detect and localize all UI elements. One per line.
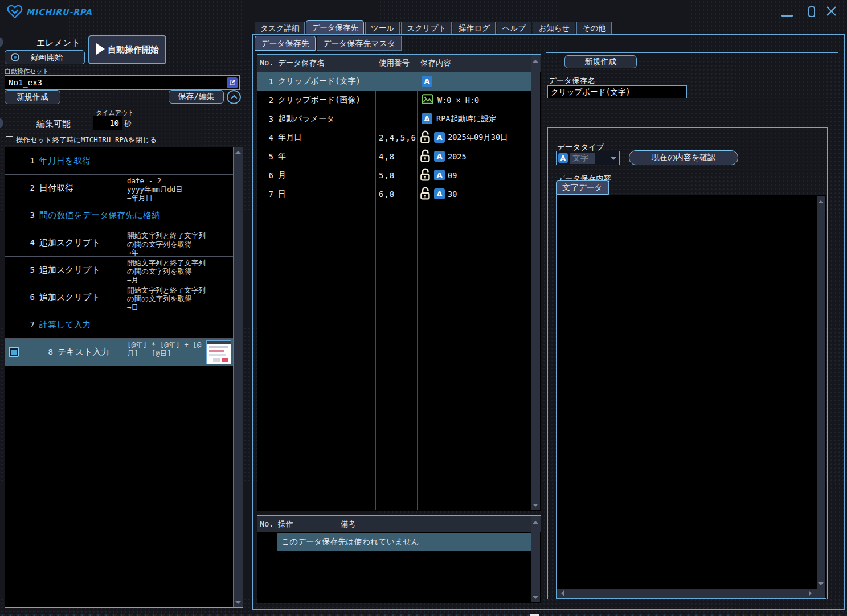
step-row-7[interactable]: 7 計算して入力 [5, 311, 233, 339]
cell-no: 1 [257, 77, 277, 86]
store-name-label: データ保存名 [549, 76, 595, 86]
tab-data-store[interactable]: データ保存先 [306, 20, 364, 35]
cell-name: 起動パラメータ [277, 114, 374, 124]
data-type-value: 文字 [570, 153, 595, 164]
scroll-right-icon[interactable] [809, 590, 812, 596]
detail-new-button[interactable]: 新規作成 [564, 55, 637, 68]
cell-no: 7 [257, 190, 277, 199]
step-row-1[interactable]: 1 年月日を取得 [5, 147, 233, 175]
app-logo-text: MICHIRU-RPA [26, 7, 92, 17]
store-name-input[interactable]: クリップボード(文字) [547, 85, 687, 98]
data-row-7[interactable]: 7 日 6,8 A 30 [257, 184, 532, 203]
data-table-header: No. データ保存名 使用番号 保存内容 [257, 55, 541, 72]
data-type-dropdown[interactable]: A 文字 [556, 151, 620, 165]
data-row-6[interactable]: 6 月 5,8 A 09 [257, 166, 532, 184]
data-row-1[interactable]: 1 クリップボード(文字) A [257, 72, 532, 91]
tab-script[interactable]: スクリプト [401, 22, 452, 35]
store-name-value: クリップボード(文字) [551, 87, 631, 96]
textarea-hscrollbar[interactable] [557, 589, 825, 598]
scroll-up-icon[interactable] [533, 60, 538, 63]
save-edit-label: 保存/編集 [178, 92, 214, 102]
usage-table-scrollbar[interactable] [531, 516, 540, 602]
sidebar-new-button[interactable]: 新規作成 [5, 90, 60, 104]
step-detail: 開始文字列と終了文字列 の間の文字列を取得 →月 [127, 258, 231, 284]
record-radio-icon [11, 53, 19, 61]
subtab-data-store[interactable]: データ保存先 [255, 36, 316, 51]
subtab-data-store-master[interactable]: データ保存先マスタ [317, 36, 402, 51]
chevron-down-icon [611, 157, 616, 160]
auto-start-button[interactable]: 自動操作開始 [88, 35, 166, 64]
sidebar-new-label: 新規作成 [17, 92, 48, 102]
step-checkbox[interactable] [9, 347, 19, 357]
col-name: データ保存名 [278, 58, 325, 68]
chevron-up-icon [230, 95, 238, 100]
collapse-button[interactable] [227, 90, 241, 104]
tab-other[interactable]: その他 [576, 22, 611, 35]
check-content-button[interactable]: 現在の内容を確認 [629, 150, 738, 165]
scroll-left-icon[interactable] [561, 590, 564, 596]
cell-no: 4 [257, 133, 277, 142]
data-row-4[interactable]: 4 年月日 2,4,5,6 A 2025年09月30日 [257, 128, 532, 147]
cell-name: 年 [277, 151, 374, 162]
auto-set-input[interactable]: No1_ex3 [5, 75, 240, 90]
text-data-tab[interactable]: 文字データ [556, 180, 609, 195]
data-row-2[interactable]: 2 クリップボード(画像) W:0 × H:0 [257, 91, 532, 109]
maximize-button[interactable] [808, 6, 815, 17]
tab-help[interactable]: ヘルプ [497, 22, 531, 35]
scroll-up-icon[interactable] [818, 200, 824, 203]
step-list: 1 年月日を取得 2 日付取得 date - 2 yyyy年mm月dd日 →年月… [5, 147, 243, 608]
data-row-5[interactable]: 5 年 4,8 A 2025 [257, 147, 532, 166]
tab-tools[interactable]: ツール [365, 22, 400, 35]
step-rows: 1 年月日を取得 2 日付取得 date - 2 yyyy年mm月dd日 →年月… [5, 147, 233, 607]
scroll-down-icon[interactable] [533, 504, 538, 507]
data-row-3[interactable]: 3 起動パラメータ ARPA起動時に設定 [257, 109, 532, 128]
open-external-icon[interactable] [227, 77, 238, 88]
cell-value: RPA起動時に設定 [436, 114, 497, 124]
step-detail: date - 2 yyyy年mm月dd日 →年月日 [127, 176, 231, 202]
record-button[interactable]: 録画開始 [5, 50, 85, 64]
tab-news[interactable]: お知らせ [533, 22, 575, 35]
cell-no: 2 [257, 96, 277, 105]
step-row-6[interactable]: 6 追加スクリプト 開始文字列と終了文字列 の間の文字列を取得 →日 [5, 284, 233, 311]
tab-operation-log[interactable]: 操作ログ [453, 22, 496, 35]
step-number: 5 [5, 257, 35, 284]
cell-value: W:0 × H:0 [437, 96, 479, 105]
text-type-icon: A [422, 76, 432, 87]
store-content-groupbox: データタイプ A 文字 現在の内容を確認 データ保存内容 文字データ [547, 127, 828, 599]
step-list-scrollbar[interactable] [233, 147, 243, 607]
minimize-button[interactable] [781, 15, 793, 17]
tab-task-detail[interactable]: タスク詳細 [255, 22, 305, 35]
scroll-up-icon[interactable] [533, 521, 538, 524]
data-table-scrollbar[interactable] [531, 55, 540, 510]
step-row-3[interactable]: 3 間の数値をデータ保存先に格納 [5, 202, 233, 229]
scroll-down-icon[interactable] [818, 582, 824, 585]
timeout-input[interactable]: 10 [93, 116, 122, 130]
step-row-2[interactable]: 2 日付取得 date - 2 yyyy年mm月dd日 →年月日 [5, 175, 233, 202]
step-row-4[interactable]: 4 追加スクリプト 開始文字列と終了文字列 の間の文字列を取得 →年 [5, 229, 233, 257]
step-title: 年月日を取得 [39, 147, 91, 174]
step-row-8[interactable]: 8 テキスト入力 [@年] * [@年] + [@月] - [@日] [5, 339, 233, 366]
screen-edge-artifact [0, 614, 847, 616]
save-edit-button[interactable]: 保存/編集 [169, 90, 224, 104]
cell-usage: 4,8 [374, 152, 416, 161]
textarea-vscrollbar[interactable] [817, 196, 825, 589]
unlock-icon [419, 149, 431, 165]
scroll-up-icon[interactable] [235, 151, 241, 154]
cell-value: 09 [448, 171, 457, 180]
cell-usage: 2,4,5,6 [374, 133, 416, 142]
toggle-knob [0, 37, 3, 47]
step-row-5[interactable]: 5 追加スクリプト 開始文字列と終了文字列 の間の文字列を取得 →月 [5, 257, 233, 284]
close-icon [825, 5, 837, 17]
editable-toggle-label: 編集可能 [36, 118, 71, 129]
close-button[interactable] [825, 5, 837, 19]
col-note: 備考 [341, 519, 356, 529]
scroll-down-icon[interactable] [235, 601, 241, 604]
sub-tabbar: データ保存先 データ保存先マスタ [255, 36, 402, 51]
text-data-textarea[interactable] [556, 195, 826, 599]
scroll-down-icon[interactable] [533, 596, 538, 599]
text-type-icon: A [434, 170, 445, 180]
close-on-end-checkbox[interactable] [6, 136, 13, 143]
unlock-icon [419, 130, 431, 146]
text-type-icon: A [434, 188, 445, 199]
step-number: 8 [28, 339, 53, 366]
